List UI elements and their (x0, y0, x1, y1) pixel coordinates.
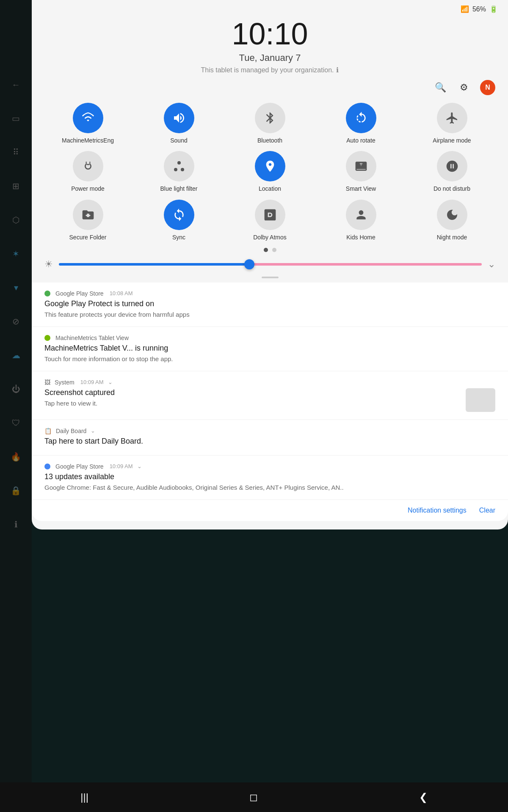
wifi-tile-label: MachineMetricsEng (62, 137, 114, 144)
qs-tile-bluetooth[interactable]: Bluetooth (226, 103, 313, 144)
smartview-tile-label: Smart View (346, 185, 376, 192)
bluelightfilter-tile-label: Blue light filter (160, 185, 198, 192)
autorotate-tile-icon (346, 103, 376, 133)
dolby-tile-icon (255, 200, 285, 230)
page-dots (32, 245, 508, 255)
gps1-time: 10:08 AM (110, 290, 133, 296)
handle-bar (262, 277, 279, 278)
settings-button[interactable]: ⚙ (456, 80, 472, 95)
slider-thumb (244, 259, 254, 269)
notification-panel: 📶 56% 🔋 10:10 Tue, January 7 This tablet… (32, 0, 508, 529)
qs-tile-nightmode[interactable]: Night mode (409, 200, 495, 241)
qs-tile-location[interactable]: Location (226, 151, 313, 192)
qs-tile-sound[interactable]: Sound (135, 103, 222, 144)
sync-tile-label: Sync (172, 233, 185, 241)
brightness-expand-icon[interactable]: ⌄ (488, 259, 495, 270)
notification-daily1[interactable]: 📋 Daily Board ⌄ Tap here to start Daily … (32, 420, 508, 455)
search-button[interactable]: 🔍 (433, 80, 448, 95)
bluelightfilter-tile-icon (164, 151, 194, 181)
brightness-row: ☀ ⌄ (32, 255, 508, 274)
powermode-tile-icon (73, 151, 103, 181)
dot-1 (264, 248, 268, 252)
status-icons: 📶 56% 🔋 (461, 5, 498, 13)
user-avatar[interactable]: N (480, 80, 495, 95)
brightness-icon: ☀ (44, 259, 53, 270)
gps2-expand-icon[interactable]: ⌄ (137, 463, 142, 469)
autorotate-tile-label: Auto rotate (346, 137, 375, 144)
qs-tile-kidshome[interactable]: Kids Home (318, 200, 404, 241)
notif-header-sys1: 🖼 System 10:09 AM ⌄ (44, 379, 495, 386)
navigation-bar: ||| ◻ ❮ (0, 782, 508, 812)
qs-tile-wifi[interactable]: MachineMetricsEng (44, 103, 131, 144)
back-button[interactable]: ❮ (406, 787, 440, 807)
notif-header-gps1: Google Play Store 10:08 AM (44, 290, 495, 297)
date-display: Tue, January 7 (40, 52, 500, 63)
qs-tile-airplane[interactable]: Airplane mode (409, 103, 495, 144)
airplane-tile-label: Airplane mode (433, 137, 471, 144)
qs-tile-dolby[interactable]: Dolby Atmos (226, 200, 313, 241)
qs-tile-dnd[interactable]: Do not disturb (409, 151, 495, 192)
screenshot-thumbnail (466, 388, 495, 412)
notif-header-gps2: Google Play Store 10:09 AM ⌄ (44, 463, 495, 470)
gps1-app-icon (44, 291, 50, 296)
status-bar: 📶 56% 🔋 (32, 0, 508, 13)
nightmode-tile-icon (437, 200, 467, 230)
wifi-status-icon: 📶 (461, 5, 469, 13)
mm1-app-icon (44, 335, 50, 341)
notif-header-daily1: 📋 Daily Board ⌄ (44, 428, 495, 434)
notifications-list: Google Play Store 10:08 AM Google Play P… (32, 283, 508, 521)
notification-gps1[interactable]: Google Play Store 10:08 AM Google Play P… (32, 283, 508, 327)
securefolder-tile-label: Secure Folder (69, 233, 107, 241)
daily1-expand-icon[interactable]: ⌄ (91, 428, 95, 434)
qs-tile-powermode[interactable]: Power mode (44, 151, 131, 192)
daily1-app-name: Daily Board (56, 428, 86, 434)
home-button[interactable]: ◻ (237, 787, 271, 807)
mm1-body: Touch for more information or to stop th… (44, 354, 495, 363)
action-icons-row: 🔍 ⚙ N (32, 77, 508, 99)
wifi-tile-icon (73, 103, 103, 133)
notification-settings-button[interactable]: Notification settings (408, 507, 467, 514)
battery-icon: 🔋 (489, 5, 498, 13)
gps2-app-name: Google Play Store (55, 463, 104, 470)
quick-settings-grid: MachineMetricsEng Sound Bluetooth Auto r… (32, 99, 508, 245)
gps2-time: 10:09 AM (110, 463, 133, 469)
sys1-body: Tap here to view it. (44, 399, 115, 408)
bluetooth-tile-icon (255, 103, 285, 133)
slider-track (59, 263, 482, 266)
dnd-tile-icon (437, 151, 467, 181)
qs-tile-autorotate[interactable]: Auto rotate (318, 103, 404, 144)
mm1-title: MachineMetrics Tablet V... is running (44, 344, 495, 353)
qs-tile-smartview[interactable]: Smart View (318, 151, 404, 192)
clear-button[interactable]: Clear (479, 507, 495, 514)
airplane-tile-icon (437, 103, 467, 133)
time-display: 10:10 (40, 17, 500, 51)
brightness-slider[interactable] (59, 263, 482, 266)
kidshome-tile-label: Kids Home (346, 233, 375, 241)
location-tile-icon (255, 151, 285, 181)
bluetooth-tile-label: Bluetooth (257, 137, 282, 144)
gps2-body: Google Chrome: Fast & Secure, Audible Au… (44, 483, 495, 492)
sys1-title: Screenshot captured (44, 388, 115, 397)
qs-tile-sync[interactable]: Sync (135, 200, 222, 241)
securefolder-tile-icon (73, 200, 103, 230)
dnd-tile-label: Do not disturb (433, 185, 470, 192)
qs-tile-securefolder[interactable]: Secure Folder (44, 200, 131, 241)
gps1-app-name: Google Play Store (55, 290, 104, 297)
recent-apps-button[interactable]: ||| (68, 787, 101, 807)
dolby-tile-label: Dolby Atmos (253, 233, 287, 241)
powermode-tile-label: Power mode (71, 185, 105, 192)
info-icon: ℹ (336, 66, 339, 74)
qs-tile-bluelightfilter[interactable]: Blue light filter (135, 151, 222, 192)
notification-sys1[interactable]: 🖼 System 10:09 AM ⌄ Screenshot captured … (32, 371, 508, 420)
smartview-tile-icon (346, 151, 376, 181)
daily1-title: Tap here to start Daily Board. (44, 437, 495, 446)
bottom-actions: Notification settings Clear (32, 500, 508, 521)
notification-gps2[interactable]: Google Play Store 10:09 AM ⌄ 13 updates … (32, 455, 508, 500)
drag-handle (32, 274, 508, 283)
dot-2 (272, 248, 276, 252)
battery-text: 56% (472, 5, 486, 13)
sys1-time: 10:09 AM (80, 379, 104, 385)
sys1-expand-icon[interactable]: ⌄ (108, 379, 113, 385)
sound-tile-label: Sound (170, 137, 187, 144)
notification-mm1[interactable]: MachineMetrics Tablet View MachineMetric… (32, 327, 508, 371)
